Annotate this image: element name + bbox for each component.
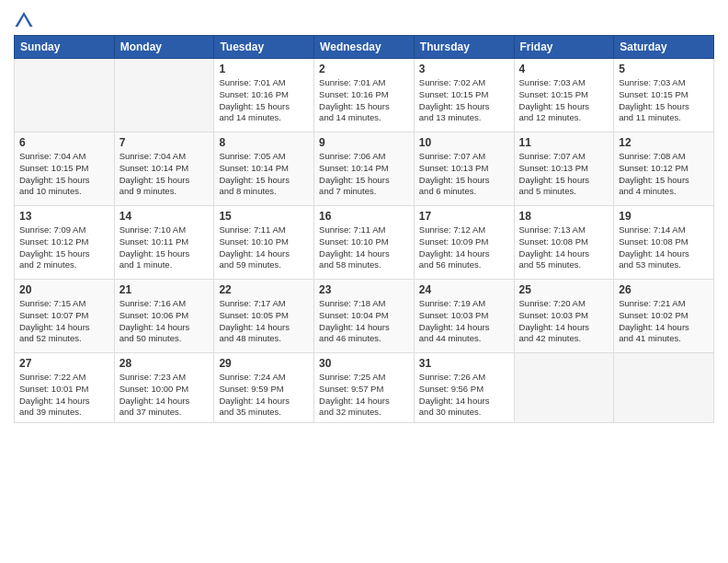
col-header-saturday: Saturday — [614, 36, 714, 59]
calendar-cell — [114, 59, 214, 132]
day-number: 2 — [319, 63, 409, 75]
day-number: 1 — [219, 63, 309, 75]
day-number: 10 — [419, 136, 509, 149]
day-number: 30 — [319, 357, 409, 370]
col-header-sunday: Sunday — [15, 36, 115, 59]
calendar-cell: 13Sunrise: 7:09 AM Sunset: 10:12 PM Dayl… — [15, 206, 115, 280]
day-number: 29 — [219, 357, 309, 370]
col-header-friday: Friday — [514, 36, 614, 59]
day-info: Sunrise: 7:21 AM Sunset: 10:02 PM Daylig… — [619, 298, 709, 345]
day-number: 12 — [619, 136, 709, 149]
day-info: Sunrise: 7:20 AM Sunset: 10:03 PM Daylig… — [519, 298, 609, 345]
day-info: Sunrise: 7:18 AM Sunset: 10:04 PM Daylig… — [319, 298, 409, 345]
day-number: 7 — [119, 136, 210, 149]
day-info: Sunrise: 7:13 AM Sunset: 10:08 PM Daylig… — [519, 224, 609, 271]
calendar-cell: 28Sunrise: 7:23 AM Sunset: 10:00 PM Dayl… — [114, 353, 214, 423]
day-info: Sunrise: 7:23 AM Sunset: 10:00 PM Daylig… — [119, 372, 210, 419]
day-number: 24 — [419, 283, 509, 296]
calendar-cell: 2Sunrise: 7:01 AM Sunset: 10:16 PM Dayli… — [314, 59, 415, 132]
col-header-wednesday: Wednesday — [314, 36, 415, 59]
day-info: Sunrise: 7:01 AM Sunset: 10:16 PM Daylig… — [219, 77, 309, 124]
day-number: 3 — [419, 63, 509, 75]
calendar-cell: 4Sunrise: 7:03 AM Sunset: 10:15 PM Dayli… — [514, 59, 614, 132]
calendar-cell: 31Sunrise: 7:26 AM Sunset: 9:56 PM Dayli… — [414, 353, 514, 423]
calendar-cell — [15, 59, 115, 132]
day-info: Sunrise: 7:02 AM Sunset: 10:15 PM Daylig… — [419, 77, 509, 124]
calendar-cell: 21Sunrise: 7:16 AM Sunset: 10:06 PM Dayl… — [114, 280, 214, 353]
day-info: Sunrise: 7:03 AM Sunset: 10:15 PM Daylig… — [619, 77, 709, 124]
day-info: Sunrise: 7:04 AM Sunset: 10:15 PM Daylig… — [19, 151, 109, 198]
calendar-cell: 14Sunrise: 7:10 AM Sunset: 10:11 PM Dayl… — [114, 206, 214, 280]
calendar-cell: 22Sunrise: 7:17 AM Sunset: 10:05 PM Dayl… — [214, 280, 314, 353]
day-number: 25 — [519, 283, 609, 296]
day-info: Sunrise: 7:26 AM Sunset: 9:56 PM Dayligh… — [419, 372, 509, 419]
calendar-cell — [614, 353, 714, 423]
calendar-cell: 3Sunrise: 7:02 AM Sunset: 10:15 PM Dayli… — [414, 59, 514, 132]
day-info: Sunrise: 7:04 AM Sunset: 10:14 PM Daylig… — [119, 151, 210, 198]
day-info: Sunrise: 7:08 AM Sunset: 10:12 PM Daylig… — [619, 151, 709, 198]
day-info: Sunrise: 7:07 AM Sunset: 10:13 PM Daylig… — [519, 151, 609, 198]
day-number: 8 — [219, 136, 309, 149]
calendar-cell: 15Sunrise: 7:11 AM Sunset: 10:10 PM Dayl… — [214, 206, 314, 280]
calendar-cell: 20Sunrise: 7:15 AM Sunset: 10:07 PM Dayl… — [15, 280, 115, 353]
calendar-week-row: 27Sunrise: 7:22 AM Sunset: 10:01 PM Dayl… — [15, 353, 714, 423]
calendar-cell: 29Sunrise: 7:24 AM Sunset: 9:59 PM Dayli… — [214, 353, 314, 423]
day-info: Sunrise: 7:07 AM Sunset: 10:13 PM Daylig… — [419, 151, 509, 198]
calendar-cell: 27Sunrise: 7:22 AM Sunset: 10:01 PM Dayl… — [15, 353, 115, 423]
col-header-tuesday: Tuesday — [214, 36, 314, 59]
calendar-cell: 26Sunrise: 7:21 AM Sunset: 10:02 PM Dayl… — [614, 280, 714, 353]
calendar-cell: 30Sunrise: 7:25 AM Sunset: 9:57 PM Dayli… — [314, 353, 415, 423]
day-number: 22 — [219, 283, 309, 296]
calendar-cell: 9Sunrise: 7:06 AM Sunset: 10:14 PM Dayli… — [314, 132, 415, 206]
day-number: 20 — [19, 283, 109, 296]
day-number: 17 — [419, 210, 509, 223]
calendar-cell: 11Sunrise: 7:07 AM Sunset: 10:13 PM Dayl… — [514, 132, 614, 206]
day-info: Sunrise: 7:10 AM Sunset: 10:11 PM Daylig… — [119, 224, 210, 271]
day-info: Sunrise: 7:06 AM Sunset: 10:14 PM Daylig… — [319, 151, 409, 198]
day-number: 15 — [219, 210, 309, 223]
day-number: 13 — [19, 210, 109, 223]
calendar-week-row: 13Sunrise: 7:09 AM Sunset: 10:12 PM Dayl… — [15, 206, 714, 280]
day-number: 14 — [119, 210, 210, 223]
col-header-thursday: Thursday — [414, 36, 514, 59]
calendar-cell: 5Sunrise: 7:03 AM Sunset: 10:15 PM Dayli… — [614, 59, 714, 132]
calendar-week-row: 1Sunrise: 7:01 AM Sunset: 10:16 PM Dayli… — [15, 59, 714, 132]
day-info: Sunrise: 7:17 AM Sunset: 10:05 PM Daylig… — [219, 298, 309, 345]
calendar-cell: 19Sunrise: 7:14 AM Sunset: 10:08 PM Dayl… — [614, 206, 714, 280]
calendar-cell: 12Sunrise: 7:08 AM Sunset: 10:12 PM Dayl… — [614, 132, 714, 206]
day-info: Sunrise: 7:16 AM Sunset: 10:06 PM Daylig… — [119, 298, 210, 345]
day-info: Sunrise: 7:25 AM Sunset: 9:57 PM Dayligh… — [319, 372, 409, 419]
day-number: 27 — [19, 357, 109, 370]
day-number: 16 — [319, 210, 409, 223]
day-number: 5 — [619, 63, 709, 75]
day-info: Sunrise: 7:03 AM Sunset: 10:15 PM Daylig… — [519, 77, 609, 124]
day-info: Sunrise: 7:09 AM Sunset: 10:12 PM Daylig… — [19, 224, 109, 271]
day-info: Sunrise: 7:14 AM Sunset: 10:08 PM Daylig… — [619, 224, 709, 271]
calendar-page: SundayMondayTuesdayWednesdayThursdayFrid… — [0, 0, 728, 563]
calendar-week-row: 20Sunrise: 7:15 AM Sunset: 10:07 PM Dayl… — [15, 280, 714, 353]
day-number: 19 — [619, 210, 709, 223]
day-info: Sunrise: 7:11 AM Sunset: 10:10 PM Daylig… — [319, 224, 409, 271]
day-number: 21 — [119, 283, 210, 296]
calendar-week-row: 6Sunrise: 7:04 AM Sunset: 10:15 PM Dayli… — [15, 132, 714, 206]
calendar-cell: 23Sunrise: 7:18 AM Sunset: 10:04 PM Dayl… — [314, 280, 415, 353]
calendar-cell — [514, 353, 614, 423]
day-number: 31 — [419, 357, 509, 370]
logo — [14, 9, 38, 29]
day-number: 4 — [519, 63, 609, 75]
calendar-cell: 17Sunrise: 7:12 AM Sunset: 10:09 PM Dayl… — [414, 206, 514, 280]
day-number: 26 — [619, 283, 709, 296]
calendar-cell: 6Sunrise: 7:04 AM Sunset: 10:15 PM Dayli… — [15, 132, 115, 206]
day-number: 18 — [519, 210, 609, 223]
day-info: Sunrise: 7:05 AM Sunset: 10:14 PM Daylig… — [219, 151, 309, 198]
day-info: Sunrise: 7:19 AM Sunset: 10:03 PM Daylig… — [419, 298, 509, 345]
logo-icon — [14, 9, 34, 29]
calendar-cell: 18Sunrise: 7:13 AM Sunset: 10:08 PM Dayl… — [514, 206, 614, 280]
calendar-cell: 24Sunrise: 7:19 AM Sunset: 10:03 PM Dayl… — [414, 280, 514, 353]
calendar-cell: 16Sunrise: 7:11 AM Sunset: 10:10 PM Dayl… — [314, 206, 415, 280]
calendar-cell: 8Sunrise: 7:05 AM Sunset: 10:14 PM Dayli… — [214, 132, 314, 206]
calendar-cell: 25Sunrise: 7:20 AM Sunset: 10:03 PM Dayl… — [514, 280, 614, 353]
day-number: 9 — [319, 136, 409, 149]
calendar-cell: 7Sunrise: 7:04 AM Sunset: 10:14 PM Dayli… — [114, 132, 214, 206]
calendar-table: SundayMondayTuesdayWednesdayThursdayFrid… — [14, 35, 714, 423]
